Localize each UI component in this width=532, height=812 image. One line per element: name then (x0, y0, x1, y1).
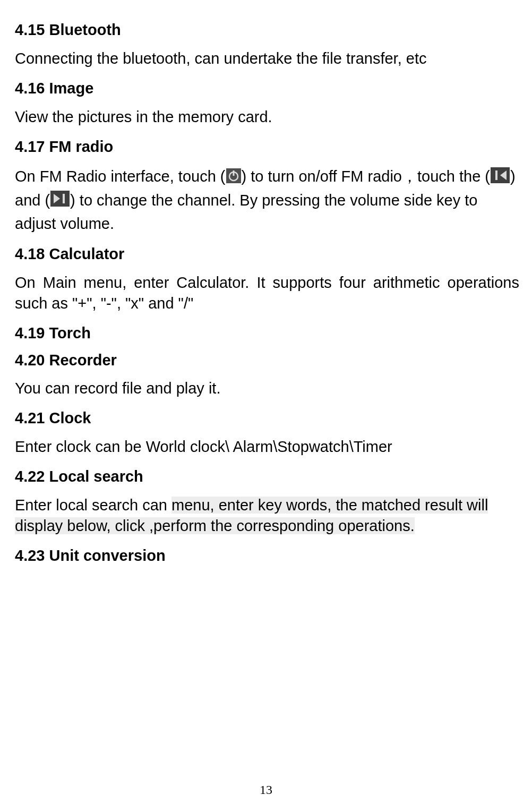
paragraph-4-21: Enter clock can be World clock\ Alarm\St… (15, 437, 519, 457)
paragraph-4-20: You can record file and play it. (15, 379, 519, 399)
heading-4-23: 4.23 Unit conversion (15, 547, 519, 565)
power-icon (226, 167, 241, 189)
text-fragment: ) to turn on/off FM radio，touch the ( (242, 168, 491, 185)
page-number: 13 (0, 783, 532, 797)
heading-4-17: 4.17 FM radio (15, 138, 519, 156)
prev-icon (491, 167, 510, 189)
heading-4-20: 4.20 Recorder (15, 352, 519, 369)
svg-rect-8 (63, 194, 65, 203)
text-fragment: ) to change the channel. By pressing the… (15, 192, 477, 232)
heading-4-21: 4.21 Clock (15, 409, 519, 427)
paragraph-4-17: On FM Radio interface, touch () to turn … (15, 165, 519, 235)
paragraph-4-16: View the pictures in the memory card. (15, 107, 519, 127)
heading-4-16: 4.16 Image (15, 80, 519, 97)
paragraph-4-22: Enter local search can menu, enter key w… (15, 495, 519, 536)
heading-4-22: 4.22 Local search (15, 468, 519, 485)
document-page: 4.15 Bluetooth Connecting the bluetooth,… (0, 0, 532, 812)
heading-4-15: 4.15 Bluetooth (15, 21, 519, 39)
paragraph-4-15: Connecting the bluetooth, can undertake … (15, 48, 519, 69)
svg-rect-5 (495, 170, 497, 180)
next-icon (50, 190, 70, 212)
text-fragment: Enter local search can (15, 497, 171, 514)
heading-4-19: 4.19 Torch (15, 324, 519, 342)
text-fragment: On FM Radio interface, touch ( (15, 168, 226, 185)
paragraph-4-18: On Main menu, enter Calculator. It suppo… (15, 272, 519, 314)
heading-4-18: 4.18 Calculator (15, 245, 519, 263)
